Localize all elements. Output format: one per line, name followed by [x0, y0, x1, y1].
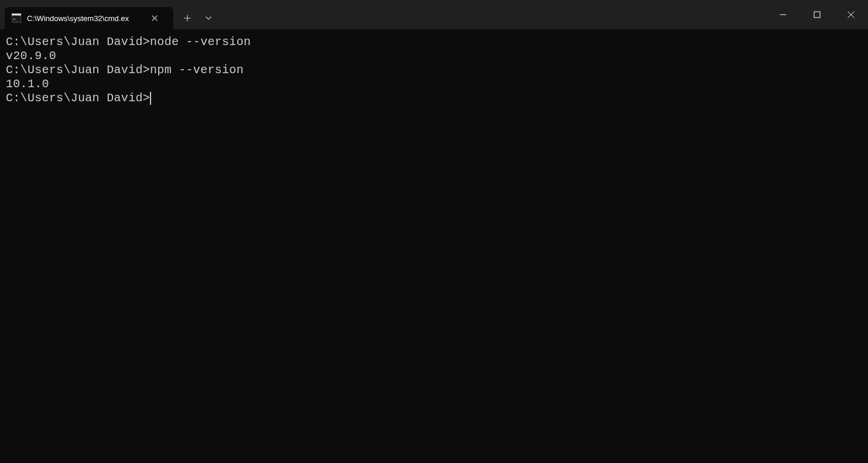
titlebar: >_ C:\Windows\system32\cmd.ex [0, 0, 868, 29]
tab-active[interactable]: >_ C:\Windows\system32\cmd.ex [5, 7, 173, 29]
tab-actions [177, 7, 219, 29]
terminal-cursor [150, 92, 151, 105]
maximize-button[interactable] [800, 0, 834, 29]
window-controls [766, 0, 868, 29]
terminal-line: v20.9.0 [6, 49, 862, 63]
minimize-icon [780, 11, 787, 18]
maximize-icon [814, 11, 821, 18]
close-button[interactable] [834, 0, 868, 29]
tab-title: C:\Windows\system32\cmd.ex [27, 14, 144, 23]
tab-dropdown-button[interactable] [198, 8, 219, 29]
new-tab-button[interactable] [177, 8, 198, 29]
terminal-line: 10.1.0 [6, 77, 862, 91]
svg-rect-1 [12, 13, 21, 16]
terminal-line: C:\Users\Juan David>npm --version [6, 63, 862, 77]
tabs-area: >_ C:\Windows\system32\cmd.ex [0, 0, 219, 29]
svg-text:>_: >_ [13, 17, 18, 22]
svg-rect-8 [814, 12, 820, 18]
minimize-button[interactable] [766, 0, 800, 29]
terminal-prompt-line: C:\Users\Juan David> [6, 91, 862, 105]
plus-icon [184, 15, 191, 22]
chevron-down-icon [205, 15, 212, 22]
cmd-icon: >_ [12, 13, 21, 23]
terminal-prompt: C:\Users\Juan David> [6, 91, 150, 105]
close-icon [848, 11, 855, 18]
tab-close-button[interactable] [149, 12, 160, 24]
terminal-output[interactable]: C:\Users\Juan David>node --versionv20.9.… [0, 29, 868, 463]
terminal-line: C:\Users\Juan David>node --version [6, 35, 862, 49]
